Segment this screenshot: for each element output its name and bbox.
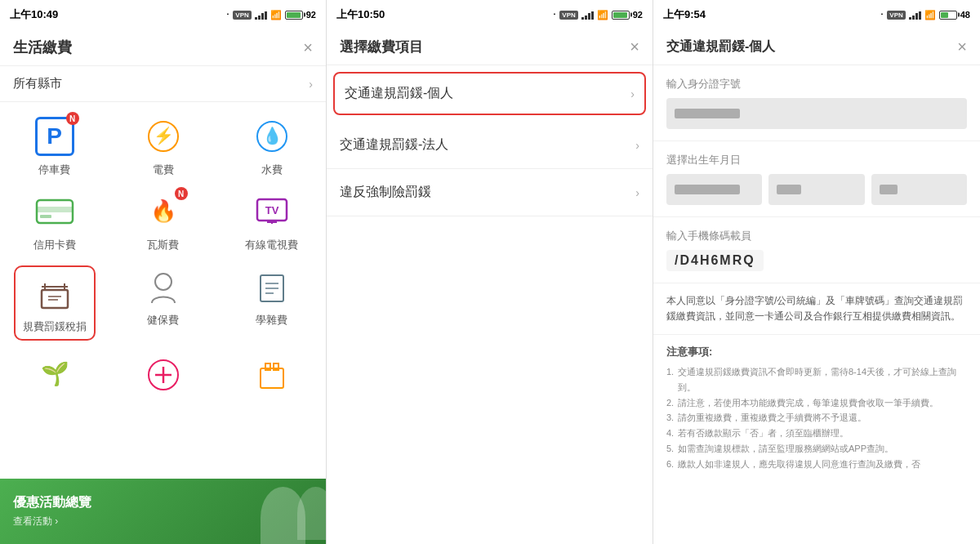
grid-item-school[interactable]: 學雜費	[231, 265, 313, 341]
gas-label: 瓦斯費	[147, 238, 179, 252]
id-label: 輸入身分證字號	[666, 77, 967, 91]
notes-list: 交通違規罰鍰繳費資訊不會即時更新，需待8-14天後，才可於線上查詢到。 請注意，…	[666, 364, 967, 471]
vpn-badge-3: VPN	[887, 11, 905, 20]
id-masked-value	[675, 109, 740, 118]
grid-item-tv[interactable]: TV 有線電視費	[231, 190, 313, 252]
phone-label: 輸入手機條碼載員	[666, 229, 967, 243]
status-icons-2: ⋅ VPN 📶 92	[553, 10, 643, 20]
parking-badge: N	[66, 112, 79, 125]
birth-year-input[interactable]	[666, 174, 762, 205]
grid-item-gas[interactable]: 🔥 N 瓦斯費	[122, 190, 204, 252]
svg-text:⚡: ⚡	[153, 126, 173, 145]
city-label: 所有縣市	[13, 76, 62, 91]
status-icons-3: ⋅ VPN 📶 48	[880, 10, 970, 20]
signal-icon-3	[909, 10, 921, 20]
consent-section: 本人同意以「身分證字號/公司統編」及「車牌號碼」查詢交通違規罰鍰繳費資訊，並同意…	[653, 283, 980, 335]
note-item-1: 交通違規罰鍰繳費資訊不會即時更新，需待8-14天後，才可於線上查詢到。	[666, 364, 967, 395]
menu-item-personal-label: 交通違規罰鍰-個人	[345, 85, 453, 102]
status-bar-3: 上午9:54 ⋅ VPN 📶 48	[653, 0, 980, 29]
tv-icon: TV	[251, 190, 293, 233]
svg-rect-6	[40, 215, 51, 218]
birth-date-row	[666, 174, 967, 205]
signal-icon-1	[255, 10, 267, 20]
battery-pct-3: 48	[960, 10, 970, 20]
birth-day-input[interactable]	[871, 174, 967, 205]
hospital-icon	[142, 354, 185, 396]
parking-label: 停車費	[38, 163, 70, 177]
panel2-close-button[interactable]: ×	[630, 38, 639, 56]
wifi-icon-1: 📶	[270, 10, 282, 20]
promo-banner[interactable]: 優惠活動總覽 查看活動 ›	[0, 479, 326, 544]
grid-item-invest[interactable]: 🌱	[14, 354, 96, 401]
id-input[interactable]	[666, 98, 967, 129]
grid-row-2: 信用卡費 🔥 N 瓦斯費 TV 有線電視費	[0, 184, 326, 259]
parking-icon: P N	[33, 115, 76, 158]
bluetooth-icon-3: ⋅	[880, 10, 884, 20]
notes-title: 注意事項:	[666, 345, 967, 359]
chevron-forced-icon: ›	[635, 186, 639, 199]
grid-item-health[interactable]: 健保費	[122, 265, 204, 341]
grid-item-tax[interactable]	[231, 354, 313, 401]
birth-day-masked	[880, 185, 898, 194]
menu-item-corp[interactable]: 交通違規罰鍰-法人 ›	[327, 122, 653, 169]
grid-item-water[interactable]: 💧 水費	[231, 115, 313, 177]
note-item-5: 如需查詢違規標款，請至監理服務網網站或APP查詢。	[666, 441, 967, 457]
tax-icon	[251, 354, 293, 396]
vpn-badge-1: VPN	[233, 11, 251, 20]
svg-text:TV: TV	[265, 204, 278, 216]
panel2-title: 選擇繳費項目	[340, 38, 423, 56]
health-label: 健保費	[147, 313, 179, 328]
grid-item-electric[interactable]: ⚡ 電費	[122, 115, 204, 177]
wifi-icon-2: 📶	[597, 10, 608, 20]
consent-text: 本人同意以「身分證字號/公司統編」及「車牌號碼」查詢交通違規罰鍰繳費資訊，並同意…	[666, 295, 963, 322]
note-item-6: 繳款人如非違規人，應先取得違規人同意進行查詢及繳費，否	[666, 457, 967, 472]
panel3-header: 交通違規罰鍰-個人 ×	[653, 29, 980, 65]
notes-section: 注意事項: 交通違規罰鍰繳費資訊不會即時更新，需待8-14天後，才可於線上查詢到…	[653, 335, 980, 481]
grid-item-parking[interactable]: P N 停車費	[14, 115, 96, 177]
promo-link[interactable]: 查看活動 ›	[13, 515, 91, 528]
birth-month-masked	[777, 185, 801, 194]
health-icon	[142, 265, 185, 308]
captcha-row: /D4H6MRQ	[666, 250, 967, 271]
panel3-close-button[interactable]: ×	[957, 38, 967, 56]
chevron-right-icon: ›	[309, 78, 313, 91]
svg-point-18	[155, 274, 172, 290]
panel-traffic-form: 上午9:54 ⋅ VPN 📶 48 交通違規罰鍰-個人 × 輸入身分證字號	[653, 0, 980, 544]
battery-pct-1: 92	[306, 10, 316, 20]
time-2: 上午10:50	[336, 7, 385, 22]
svg-text:💧: 💧	[261, 126, 282, 145]
birth-section: 選擇出生年月日	[653, 141, 980, 217]
gas-badge: N	[175, 187, 188, 200]
electric-label: 電費	[153, 163, 174, 177]
grid-row-4: 🌱	[0, 347, 326, 408]
panel1-close-button[interactable]: ×	[303, 38, 313, 57]
fine-label: 規費罰鍰稅捐	[23, 319, 87, 334]
fine-icon	[33, 272, 76, 314]
time-3: 上午9:54	[663, 7, 706, 22]
battery-icon-1	[285, 11, 303, 20]
panel-life-payment: 上午10:49 ⋅ VPN 📶 92 生活繳費 × 所有縣市 › P	[0, 0, 327, 544]
city-selector[interactable]: 所有縣市 ›	[0, 66, 326, 102]
note-item-3: 請勿重複繳費，重複繳費之手續費將不予退還。	[666, 410, 967, 426]
menu-item-forced[interactable]: 違反強制險罰鍰 ›	[327, 169, 653, 216]
grid-item-credit[interactable]: 信用卡費	[14, 190, 96, 252]
status-bar-2: 上午10:50 ⋅ VPN 📶 92	[327, 0, 653, 29]
signal-icon-2	[581, 10, 594, 20]
bluetooth-icon: ⋅	[226, 10, 229, 20]
panel1-header: 生活繳費 ×	[0, 29, 326, 66]
grid-item-fine[interactable]: 規費罰鍰稅捐	[14, 265, 96, 341]
promo-text: 優惠活動總覽 查看活動 ›	[13, 494, 91, 528]
grid-item-hospital[interactable]	[122, 354, 204, 401]
time-1: 上午10:49	[10, 7, 58, 22]
battery-icon-3	[939, 11, 957, 20]
status-bar-1: 上午10:49 ⋅ VPN 📶 92	[0, 0, 326, 29]
birth-month-input[interactable]	[768, 174, 864, 205]
menu-item-personal[interactable]: 交通違規罰鍰-個人 ›	[333, 72, 646, 115]
school-label: 學雜費	[256, 313, 287, 328]
birth-year-masked	[675, 185, 740, 194]
promo-title: 優惠活動總覽	[13, 494, 91, 511]
chevron-corp-icon: ›	[635, 139, 639, 152]
svg-rect-12	[42, 290, 68, 308]
menu-item-forced-label: 違反強制險罰鍰	[340, 184, 431, 201]
gas-icon: 🔥 N	[142, 190, 185, 233]
